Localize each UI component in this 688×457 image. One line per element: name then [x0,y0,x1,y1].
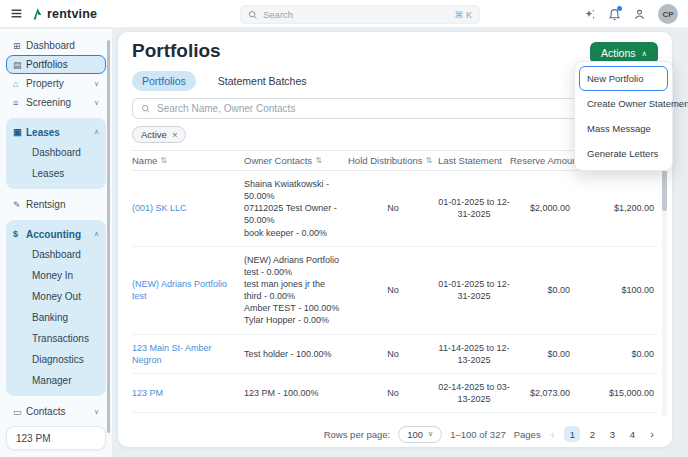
page-number[interactable]: 1 [564,426,580,442]
sidebar-item-label: Accounting [26,229,94,240]
sidebar-subitem[interactable]: Manager [6,370,106,391]
sidebar-subitem-label: Money In [32,270,99,281]
owner-contact: 07112025 Test Owner - 50.00% [244,202,340,226]
sidebar-subitem-label: Dashboard [32,249,99,260]
sidebar-item[interactable]: ⌂ Property ∨ [6,74,106,93]
actions-dropdown-menu: New Portfolio Create Owner Statements Ma… [574,61,673,171]
owner-contacts-cell: Test holder - 100.00% [244,348,348,360]
sidebar-subitem[interactable]: Banking [6,307,106,328]
sidebar-subitem[interactable]: Leases [6,163,106,184]
sidebar-subitem[interactable]: Transactions [6,328,106,349]
portfolio-name-link[interactable]: (001) SK LLC [132,202,244,214]
sidebar-subitem[interactable]: Diagnostics [6,349,106,370]
chevron-right-icon[interactable]: › [648,428,656,440]
page-number[interactable]: 3 [604,426,620,442]
hold-distributions-cell: No [348,284,438,296]
sidebar-item[interactable]: ▤ Portfolios [6,55,106,74]
chevron-up-icon: ∧ [642,49,648,58]
table-row[interactable]: (001) SK LLC Shaina Kwiatkowski - 50.00%… [132,171,658,247]
contacts-icon: ▭ [13,407,26,417]
sidebar-item-label: Dashboard [26,40,99,51]
column-header[interactable]: Reserve Amount ⇅ [510,155,584,166]
actions-menu-item[interactable]: Generate Letters [579,141,668,166]
sort-icon[interactable]: ⇅ [425,156,432,165]
actions-menu-item[interactable]: New Portfolio [579,66,668,91]
additional-reserve-cell: $0.00 [584,348,658,360]
notifications-bell-icon[interactable] [608,8,621,21]
table-row[interactable]: 123 PM 123 PM - 100.00% No 02-14-2025 to… [132,374,658,413]
table-row[interactable]: 1533 Pebble Shore me WalterDeVeasOwner -… [132,413,658,421]
sidebar-item-contacts[interactable]: ▭ Contacts ∨ [6,402,106,421]
sidebar-item[interactable]: ⊞ Dashboard [6,36,106,55]
sidebar-item[interactable]: ≡ Screening ∨ [6,93,106,112]
sidebar-subitem-label: Dashboard [32,147,99,158]
sidebar-scrollbar[interactable] [107,40,110,433]
owner-contacts-cell: Shaina Kwiatkowski - 50.00%07112025 Test… [244,178,348,239]
page-numbers: 1 2 3 4 [564,426,640,442]
close-icon[interactable]: × [172,129,178,140]
owner-contacts-cell: (NEW) Adrians Portfolio test - 0.00%test… [244,254,348,327]
sidebar-subitem-label: Leases [32,168,99,179]
sidebar-subitem[interactable]: Dashboard [6,142,106,163]
global-search[interactable]: ⌘ K [240,5,480,24]
table-row[interactable]: (NEW) Adrians Portfolio test (NEW) Adria… [132,247,658,335]
topbar-icons: CP [583,0,678,28]
leases-icon: ▣ [13,127,26,137]
actions-menu-item[interactable]: Create Owner Statements [579,91,668,116]
column-header[interactable]: Hold Distributions ⇅ [348,155,438,166]
sidebar-item-label: Property [26,78,94,89]
page-number[interactable]: 2 [584,426,600,442]
topbar: rentvine ⌘ K CP [0,0,688,28]
table-scrollbar-thumb[interactable] [662,165,667,211]
chevron-up-icon: ∧ [94,128,99,136]
accounting-icon: $ [13,229,26,239]
sidebar-subitem-label: Money Out [32,291,99,302]
page-number[interactable]: 4 [624,426,640,442]
owner-contact: Amber TEST - 100.00% [244,302,340,314]
avatar[interactable]: CP [658,4,678,24]
sort-icon[interactable]: ⇅ [160,156,167,165]
reserve-amount-cell: $2,000.00 [510,202,584,214]
actions-menu-item[interactable]: Mass Message [579,116,668,141]
column-header[interactable]: Owner Contacts ⇅ [244,155,348,166]
sidebar-item-leases[interactable]: ▣ Leases ∧ [6,122,106,142]
owner-contact: (NEW) Adrians Portfolio test - 0.00% [244,254,340,278]
portfolio-name-link[interactable]: (NEW) Adrians Portfolio test [132,278,244,302]
sort-icon[interactable]: ⇅ [315,156,322,165]
sidebar-item-label: Rentsign [26,199,99,210]
leases-group: ▣ Leases ∧ Dashboard Leases [6,118,106,189]
rentvine-logo[interactable]: rentvine [32,7,97,21]
rows-per-page-select[interactable]: 100 ∨ [398,426,442,443]
sidebar: ⊞ Dashboard ▤ Portfolios ⌂ Property ∨ ≡ … [0,29,112,457]
hamburger-menu-icon[interactable] [10,7,23,20]
search-shortcut: ⌘ K [454,10,472,20]
additional-reserve-cell: $15,000.00 [584,387,658,399]
profile-person-icon[interactable] [633,8,646,21]
table-row[interactable]: 123 Main St- Amber Negron Test holder - … [132,335,658,374]
portfolio-name-link[interactable]: 123 PM [132,387,244,399]
sidebar-subitem[interactable]: Dashboard [6,244,106,265]
hold-distributions-cell: No [348,387,438,399]
chevron-left-icon[interactable]: ‹ [549,428,557,440]
filter-chip-active[interactable]: Active × [132,126,186,143]
global-search-input[interactable] [263,9,449,20]
sidebar-item-label: Portfolios [26,59,99,70]
sidebar-subitem-label: Banking [32,312,99,323]
chevron-up-icon: ∧ [94,230,99,238]
sidebar-subitem[interactable]: Money In [6,265,106,286]
owner-contact: Tylar Hopper - 0.00% [244,314,340,326]
column-header[interactable]: Name ⇅ [132,155,244,166]
workspace-selector[interactable]: 123 PM [6,426,106,450]
portfolio-name-link[interactable]: 123 Main St- Amber Negron [132,342,244,366]
tab[interactable]: Portfolios [132,71,196,91]
chevron-down-icon: ∨ [94,408,99,416]
additional-reserve-cell: $100.00 [584,284,658,296]
sidebar-subitem-label: Diagnostics [32,354,99,365]
column-header[interactable]: Last Statement [438,155,510,166]
sidebar-item-accounting[interactable]: $ Accounting ∧ [6,224,106,244]
sidebar-item-rentsign[interactable]: ✎ Rentsign [6,195,106,214]
tab[interactable]: Statement Batches [208,71,317,91]
ai-sparkle-icon[interactable] [583,8,596,21]
portfolios-icon: ▤ [13,60,26,70]
sidebar-subitem[interactable]: Money Out [6,286,106,307]
